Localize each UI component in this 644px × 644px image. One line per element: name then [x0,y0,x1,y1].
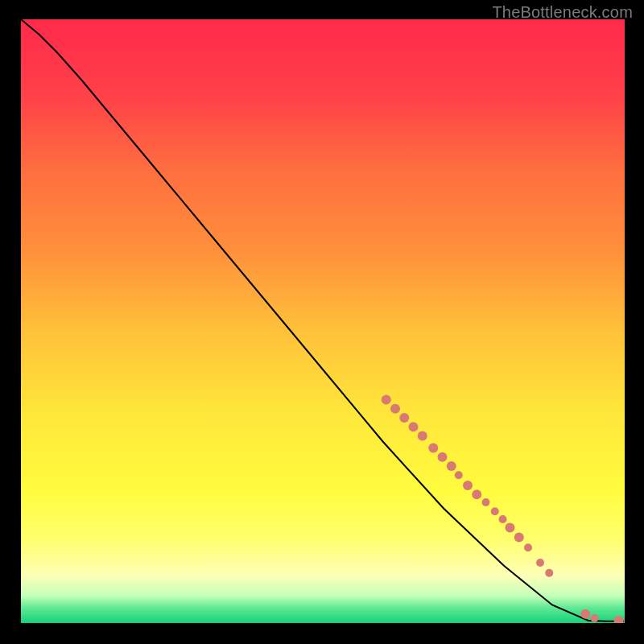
data-point [591,614,599,622]
data-point [491,507,499,515]
data-point [506,523,515,533]
data-point [482,498,490,506]
data-point [399,413,409,423]
data-point [418,431,427,441]
data-point [409,422,419,431]
data-point [514,533,524,543]
data-point [428,444,438,453]
plot-area [21,19,625,623]
data-point [455,471,463,479]
data-point [545,569,553,577]
data-point [463,481,473,490]
watermark-text: TheBottleneck.com [492,3,633,22]
data-point [499,515,507,523]
chart-stage: TheBottleneck.com [0,0,644,644]
data-point [524,543,532,551]
data-point [382,395,391,405]
data-point [390,404,400,414]
data-point [472,489,481,499]
data-point [438,452,448,462]
data-point [536,559,544,567]
data-point [447,461,456,471]
gradient-background [21,19,625,623]
data-point [580,609,590,619]
chart-svg [21,19,625,623]
